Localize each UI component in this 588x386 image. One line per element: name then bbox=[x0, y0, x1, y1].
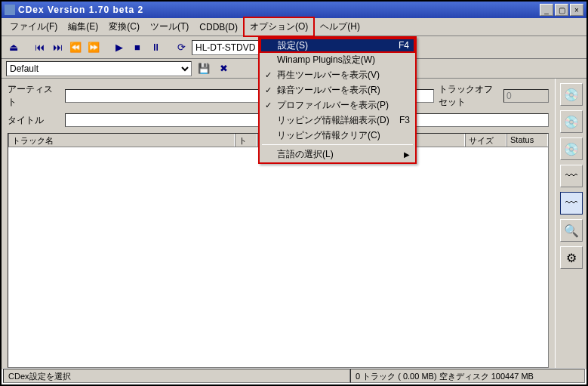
artist-label: アーティスト bbox=[8, 83, 60, 109]
menu-tools[interactable]: ツール(T) bbox=[145, 18, 194, 36]
delete-profile-icon[interactable]: ✖ bbox=[216, 61, 231, 76]
minimize-button[interactable]: _ bbox=[540, 4, 553, 16]
col-track[interactable]: ト bbox=[235, 134, 257, 147]
right-toolbar: 💿 💿 💿 〰 〰 🔍 ⚙ bbox=[555, 79, 586, 369]
dd-playtoolbar[interactable]: ✓再生ツールバーを表示(V) bbox=[260, 67, 414, 82]
refresh-icon[interactable]: ⟳ bbox=[174, 40, 189, 55]
prev-track-icon[interactable]: ⏪ bbox=[68, 40, 83, 55]
next-track-icon[interactable]: ⏩ bbox=[86, 40, 101, 55]
pause-icon[interactable]: ⏸ bbox=[148, 40, 163, 55]
menu-help[interactable]: ヘルプ(H) bbox=[315, 18, 365, 36]
check-icon: ✓ bbox=[265, 100, 272, 110]
cd-to-mp3-icon[interactable]: 💿 bbox=[560, 110, 583, 133]
col-status[interactable]: Status bbox=[506, 134, 548, 147]
dd-ripdetail[interactable]: リッピング情報詳細表示(D)F3 bbox=[260, 113, 414, 128]
save-profile-icon[interactable]: 💾 bbox=[196, 61, 211, 76]
check-icon: ✓ bbox=[265, 70, 272, 80]
close-button[interactable]: × bbox=[570, 4, 583, 16]
fastforward-icon[interactable]: ⏭ bbox=[50, 40, 65, 55]
dd-language[interactable]: 言語の選択(L)▶ bbox=[260, 147, 414, 162]
play-icon[interactable]: ▶ bbox=[112, 40, 127, 55]
eject-icon[interactable]: ⏏ bbox=[6, 40, 21, 55]
app-icon bbox=[5, 5, 15, 15]
col-size[interactable]: サイズ bbox=[465, 134, 506, 147]
cd-to-wav-icon[interactable]: 💿 bbox=[560, 83, 583, 106]
wav-to-mp3-icon[interactable]: 〰 bbox=[560, 165, 583, 187]
cddb-icon[interactable]: 🔍 bbox=[560, 219, 583, 242]
maximize-button[interactable]: ▢ bbox=[555, 4, 568, 16]
mp3-to-wav-icon[interactable]: 〰 bbox=[560, 192, 583, 215]
menu-options[interactable]: オプション(O) bbox=[243, 17, 315, 37]
title-label: タイトル bbox=[8, 114, 60, 127]
dd-ripclear[interactable]: リッピング情報クリア(C) bbox=[260, 128, 414, 143]
rewind-icon[interactable]: ⏮ bbox=[32, 40, 47, 55]
col-trackname[interactable]: トラック名 bbox=[8, 134, 235, 147]
dropdown-separator bbox=[262, 144, 413, 145]
menu-convert[interactable]: 変換(C) bbox=[103, 18, 145, 36]
window-title: CDex Version 1.70 beta 2 bbox=[18, 5, 538, 15]
dd-profilebar[interactable]: ✓プロファイルバーを表示(P) bbox=[260, 97, 414, 113]
statusbar: CDex設定を選択 0 トラック ( 0.00 MB) 空きディスク 10044… bbox=[3, 368, 585, 383]
stop-icon[interactable]: ■ bbox=[130, 40, 145, 55]
trackoffset-label: トラックオフセット bbox=[439, 83, 499, 109]
check-icon: ✓ bbox=[265, 85, 272, 95]
track-list[interactable]: トラック名 ト サイズ Status bbox=[8, 133, 549, 368]
profile-select[interactable]: Default bbox=[6, 61, 192, 76]
menubar: ファイル(F) 編集(E) 変換(C) ツール(T) CDDB(D) オプション… bbox=[2, 18, 586, 36]
submenu-arrow-icon: ▶ bbox=[404, 150, 410, 159]
settings-gear-icon[interactable]: ⚙ bbox=[560, 246, 583, 269]
menu-file[interactable]: ファイル(F) bbox=[5, 18, 63, 36]
menu-edit[interactable]: 編集(E) bbox=[63, 18, 103, 36]
menu-cddb[interactable]: CDDB(D) bbox=[194, 20, 243, 35]
titlebar: CDex Version 1.70 beta 2 _ ▢ × bbox=[2, 2, 586, 18]
status-right: 0 トラック ( 0.00 MB) 空きディスク 100447 MB bbox=[350, 369, 585, 383]
options-dropdown: 設定(S) F4 Winamp Plugins設定(W) ✓再生ツールバーを表示… bbox=[258, 36, 417, 164]
dd-settings[interactable]: 設定(S) F4 bbox=[260, 38, 415, 53]
dd-winamp[interactable]: Winamp Plugins設定(W) bbox=[260, 52, 414, 67]
trackoffset-input bbox=[503, 89, 549, 103]
status-left: CDex設定を選択 bbox=[3, 369, 350, 383]
dd-rectoolbar[interactable]: ✓録音ツールバーを表示(R) bbox=[260, 82, 414, 97]
partial-track-icon[interactable]: 💿 bbox=[560, 137, 583, 160]
